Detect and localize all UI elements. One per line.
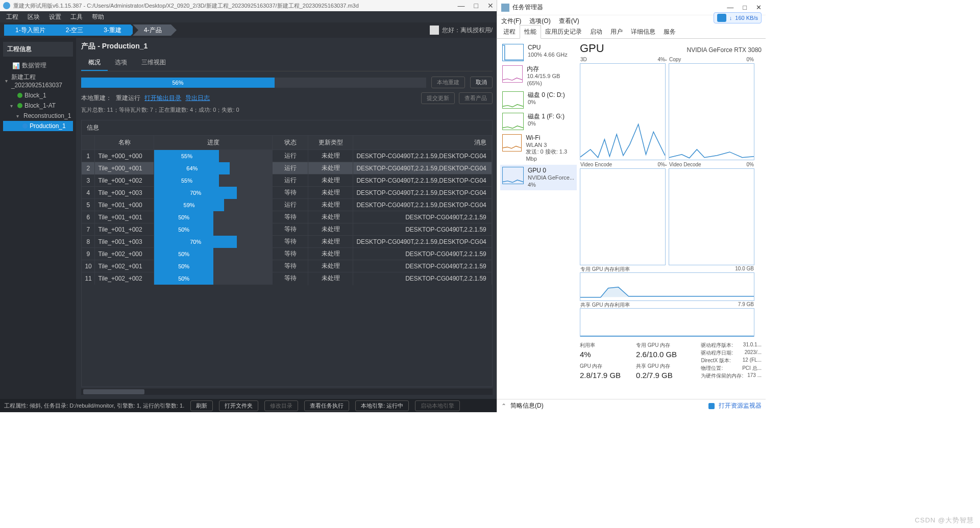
table-row[interactable]: 10Tile_+002_+00150%等待未处理DESKTOP-CG0490T,… <box>82 260 492 272</box>
menu-tools[interactable]: 工具 <box>70 13 83 21</box>
open-folder-button[interactable]: 打开文件夹 <box>219 400 258 411</box>
row-index: 1 <box>82 150 95 162</box>
table-row[interactable]: 4Tile_+000_+00370%等待未处理DESKTOP-CG0490T,2… <box>82 186 492 198</box>
perf-item--0-c-d-[interactable]: 磁盘 0 (C: D:)0% <box>500 89 577 111</box>
open-resource-monitor-link[interactable]: 打开资源监视器 <box>719 401 762 410</box>
col-update[interactable]: 更新类型 <box>308 136 353 149</box>
col-progress[interactable]: 进度 <box>154 136 273 149</box>
tm-menu-options[interactable]: 选项(O) <box>529 17 550 26</box>
tm-menu-view[interactable]: 查看(V) <box>559 17 579 26</box>
chevron-up-icon[interactable]: ⌃ <box>501 403 506 410</box>
perf-item-wi-fi[interactable]: Wi-FiWLAN 3发送: 0 接收: 1.3 Mbp <box>500 132 577 165</box>
chart-video-decode[interactable]: ⌄ Video Decode 0% <box>669 168 754 265</box>
tile-progress: 55% <box>154 174 273 187</box>
tile-progress: 50% <box>154 260 273 272</box>
maximize-icon[interactable]: □ <box>474 2 478 10</box>
step-rebuild[interactable]: 3-重建 <box>92 24 131 36</box>
table-row[interactable]: 9Tile_+002_+00050%等待未处理DESKTOP-CG0490T,2… <box>82 247 492 260</box>
tm-minimize-icon[interactable]: — <box>727 4 733 11</box>
tm-close-icon[interactable]: ✕ <box>756 4 762 11</box>
brief-info-button[interactable]: 简略信息(D) <box>510 401 544 410</box>
col-name[interactable]: 名称 <box>95 136 154 149</box>
tab-details[interactable]: 详细信息 <box>627 26 659 38</box>
spark-icon <box>502 113 524 130</box>
step-at[interactable]: 2-空三 <box>55 24 93 36</box>
tab-3dview[interactable]: 三维视图 <box>134 55 173 71</box>
table-row[interactable]: 2Tile_+000_+00164%运行未处理DESKTOP-CG0490T,2… <box>82 162 492 174</box>
status-dot-icon <box>22 123 28 129</box>
minimize-icon[interactable]: — <box>458 2 465 10</box>
table-row[interactable]: 3Tile_+000_+00255%运行未处理DESKTOP-CG0490T,2… <box>82 174 492 186</box>
tab-startup[interactable]: 启动 <box>586 26 606 38</box>
table-row[interactable]: 1Tile_+000_+00055%运行未处理DESKTOP-CG0490T,2… <box>82 149 492 162</box>
tab-processes[interactable]: 进程 <box>499 26 520 38</box>
tree-production[interactable]: Production_1 <box>3 121 73 131</box>
table-title: 信息 <box>82 120 492 136</box>
perf-item-cpu[interactable]: CPU100% 4.66 GHz <box>500 42 577 63</box>
table-row[interactable]: 6Tile_+001_+00150%等待未处理DESKTOP-CG0490T,2… <box>82 211 492 223</box>
step-import[interactable]: 1-导入照片 <box>4 24 55 36</box>
cancel-button[interactable]: 取消 <box>470 77 493 88</box>
window-title: 重建大师试用版v6.1.15.387 - C:/Users/Administra… <box>13 2 359 10</box>
view-product-button[interactable]: 查看产品 <box>459 92 493 104</box>
start-local-engine-button[interactable]: 启动本地引擎 <box>415 400 460 411</box>
tile-state: 等待 <box>273 222 308 236</box>
tree-block1[interactable]: Block_1 <box>3 90 73 100</box>
tree-project[interactable]: ▾新建工程_20230925163037 <box>3 71 73 90</box>
view-task-button[interactable]: 查看任务执行 <box>304 400 349 411</box>
submit-update-button[interactable]: 提交更新 <box>421 92 455 104</box>
edit-dir-button[interactable]: 修改目录 <box>264 400 298 411</box>
local-engine-status[interactable]: 本地引擎: 运行中 <box>355 400 409 411</box>
tile-msg: DESKTOP-CG0490T,2.2.1.59,DESKTOP-CG04 <box>353 174 492 187</box>
status-line: 本地重建： 重建运行 打开输出目录 导出日志 提交更新 查看产品 <box>81 92 492 104</box>
table-row[interactable]: 7Tile_+001_+00250%等待未处理DESKTOP-CG0490T,2… <box>82 223 492 235</box>
tree-reconstruction[interactable]: ▾Reconstruction_1 <box>3 111 73 121</box>
table-row[interactable]: 11Tile_+002_+00250%等待未处理DESKTOP-CG0490T,… <box>82 272 492 284</box>
tile-progress: 70% <box>154 236 273 248</box>
tab-overview[interactable]: 概况 <box>81 55 108 71</box>
horizontal-scrollbar[interactable] <box>81 388 492 395</box>
menu-help[interactable]: 帮助 <box>92 13 104 21</box>
close-icon[interactable]: ✕ <box>487 2 494 10</box>
tab-services[interactable]: 服务 <box>659 26 680 38</box>
watermark: CSDN @大势智慧 <box>915 516 974 525</box>
chart-copy[interactable]: ⌄ Copy 0% <box>669 63 754 160</box>
table-row[interactable]: 5Tile_+001_+00059%运行未处理DESKTOP-CG0490T,2… <box>82 198 492 211</box>
col-message[interactable]: 消息 <box>353 136 492 149</box>
tm-menu-file[interactable]: 文件(F) <box>501 17 521 26</box>
chart-video-encode[interactable]: ⌄ Video Encode 0% <box>580 168 666 265</box>
refresh-button[interactable]: 刷新 <box>190 400 213 411</box>
tab-performance[interactable]: 性能 <box>520 25 541 39</box>
status-bar: 工程属性: 倾斜, 任务目录: D:/rebuild/monitor, 引擎数:… <box>0 399 497 412</box>
tile-progress: 59% <box>154 199 273 211</box>
tree-block1-at[interactable]: ▾Block_1-AT <box>3 100 73 111</box>
tile-msg: DESKTOP-CG0490T,2.2.1.59 <box>353 260 492 272</box>
menu-project[interactable]: 工程 <box>6 13 18 21</box>
taskmgr-icon <box>501 4 509 12</box>
chevron-down-icon[interactable]: ⌄ <box>664 57 668 62</box>
tab-history[interactable]: 应用历史记录 <box>541 26 586 38</box>
spark-icon <box>502 91 524 109</box>
step-product[interactable]: 4-产品 <box>133 24 171 36</box>
tree-root[interactable]: 📊 数据管理 <box>3 60 73 71</box>
col-state[interactable]: 状态 <box>273 136 308 149</box>
perf-item--[interactable]: 内存10.4/15.9 GB (65%) <box>500 63 577 89</box>
tile-update: 未处理 <box>308 198 353 212</box>
chevron-down-icon[interactable]: ⌄ <box>664 162 668 167</box>
tile-update: 未处理 <box>308 247 353 261</box>
menu-settings[interactable]: 设置 <box>49 13 61 21</box>
tab-options[interactable]: 选项 <box>108 55 134 71</box>
user-info: 您好：离线授权用/ <box>430 26 493 35</box>
open-output-link[interactable]: 打开输出目录 <box>144 94 181 103</box>
tab-users[interactable]: 用户 <box>606 26 627 38</box>
table-row[interactable]: 8Tile_+001_+00370%等待未处理DESKTOP-CG0490T,2… <box>82 235 492 247</box>
gpu-stats: 利用率4% GPU 内存2.8/17.9 GB 专用 GPU 内存2.6/10.… <box>580 342 762 380</box>
local-rebuild-button[interactable]: 本地重建 <box>431 77 465 88</box>
export-log-link[interactable]: 导出日志 <box>185 94 210 103</box>
chart-3d[interactable]: ⌄ 3D 4% <box>580 63 666 160</box>
chart-shared-mem: 共享 GPU 内存利用率 7.9 GB <box>580 308 754 337</box>
perf-item--1-f-g-[interactable]: 磁盘 1 (F: G:)0% <box>500 111 577 132</box>
perf-item-gpu-0[interactable]: GPU 0NVIDIA GeForce...4% <box>500 165 577 191</box>
menu-block[interactable]: 区块 <box>28 13 40 21</box>
tm-maximize-icon[interactable]: □ <box>743 4 747 11</box>
